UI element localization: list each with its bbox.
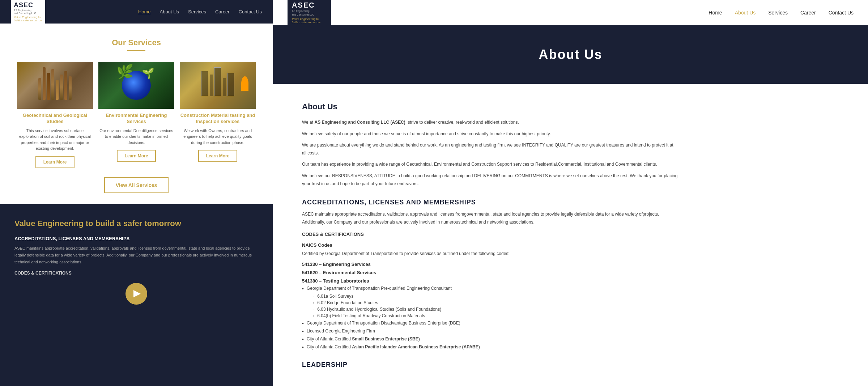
other-item-3: City of Atlanta Certified Small Business… bbox=[302, 336, 678, 342]
about-para-2: We believe safety of our people and thos… bbox=[302, 130, 678, 138]
left-logo-box: ASEC AS Engineeringand Consulting LLC Va… bbox=[11, 0, 45, 24]
const-learn-more-button[interactable]: Learn More bbox=[198, 150, 238, 162]
about-para-1: We at AS Engineering and Consulting LLC … bbox=[302, 119, 678, 127]
gdot-item-3: 6.03 Hydraulic and Hydrological Studies … bbox=[313, 307, 678, 312]
naics-title: NAICS Codes bbox=[302, 242, 678, 248]
certified-text: Certified by Georgia Department of Trans… bbox=[302, 250, 678, 258]
right-logo-subtitle: AS Engineeringand Consulting LLC bbox=[292, 9, 327, 16]
geo-card-desc: This service involves subsurface explora… bbox=[17, 128, 93, 152]
service-card-env: 🌿 🌱 Environmental Engineering Services O… bbox=[98, 62, 174, 168]
env-image: 🌿 🌱 bbox=[98, 62, 174, 109]
env-leaf2-icon: 🌱 bbox=[142, 67, 154, 79]
leadership-title: LEADERSHIP bbox=[302, 361, 678, 369]
other-item-1: Georgia Department of Transportation Dis… bbox=[302, 321, 678, 326]
left-bottom-title: Value Engineering to build a safer tomor… bbox=[14, 219, 258, 229]
right-nav: ASEC AS Engineeringand Consulting LLC Va… bbox=[273, 0, 868, 25]
play-container bbox=[14, 283, 258, 305]
left-logo-subtitle: AS Engineeringand Consulting LLC bbox=[14, 9, 36, 15]
other-item-2: Licensed Georgia Engineering Firm bbox=[302, 328, 678, 334]
const-card-desc: We work with Owners, contractors and eng… bbox=[180, 128, 256, 146]
left-nav-career[interactable]: Career bbox=[215, 9, 230, 14]
left-logo-asec: ASEC bbox=[14, 1, 33, 9]
gdot-item-1: 6.01a Soil Surveys bbox=[313, 294, 678, 299]
about-para-3: We are passionate about everything we do… bbox=[302, 141, 678, 157]
left-bottom-accred-text: ASEC maintains appropriate accreditation… bbox=[14, 245, 258, 265]
env-card-title: Environmental Engineering Services bbox=[98, 113, 174, 125]
services-section: Our Services bbox=[0, 24, 273, 204]
left-nav: ASEC AS Engineeringand Consulting LLC Va… bbox=[0, 0, 273, 24]
about-para-5: We believe our RESPONSIVENESS, ATTITUDE … bbox=[302, 172, 678, 188]
env-leaf-icon: 🌿 bbox=[116, 64, 133, 80]
gdot-item-2: 6.02 Bridge Foundation Studies bbox=[313, 300, 678, 305]
gdot-prequalified: Georgia Department of Transportation Pre… bbox=[302, 286, 678, 292]
right-logo: ASEC AS Engineeringand Consulting LLC Va… bbox=[288, 0, 331, 27]
right-nav-about[interactable]: About Us bbox=[735, 10, 756, 16]
gdot-item-4: 6.04(b) Field Testing of Roadway Constru… bbox=[313, 313, 678, 318]
about-hero-title: About Us bbox=[273, 47, 868, 62]
left-nav-services[interactable]: Services bbox=[188, 9, 206, 14]
geo-card-title: Geotechnical and Geological Studies bbox=[17, 113, 93, 125]
service-card-const: Construction Material testing and Inspec… bbox=[180, 62, 256, 168]
service-card-geo: Geotechnical and Geological Studies This… bbox=[17, 62, 93, 168]
geo-image bbox=[17, 62, 93, 109]
right-nav-links: Home About Us Services Career Contact Us bbox=[709, 10, 854, 16]
codes-section-title: CODES & CERTIFICATIONS bbox=[302, 232, 678, 237]
left-nav-contact[interactable]: Contact Us bbox=[239, 9, 262, 14]
geo-learn-more-button[interactable]: Learn More bbox=[35, 156, 75, 168]
about-content: About Us We at AS Engineering and Consul… bbox=[273, 84, 707, 386]
naics-code-1: 541330 – Engineering Services bbox=[302, 262, 678, 267]
left-nav-about[interactable]: About Us bbox=[160, 9, 179, 14]
left-panel: ASEC AS Engineeringand Consulting LLC Va… bbox=[0, 0, 273, 386]
left-bottom-codes-title: CODES & CERTIFICATIONS bbox=[14, 271, 258, 276]
left-logo: ASEC AS Engineeringand Consulting LLC Va… bbox=[11, 0, 45, 24]
left-bottom-accred-title: ACCREDITATIONS, LICENSES AND MEMBERSHIPS bbox=[14, 236, 258, 241]
play-button[interactable] bbox=[125, 283, 147, 305]
right-nav-home[interactable]: Home bbox=[709, 10, 722, 16]
naics-code-3: 541380 – Testing Laboratories bbox=[302, 278, 678, 284]
left-nav-links: Home About Us Services Career Contact Us bbox=[138, 9, 262, 14]
right-nav-career[interactable]: Career bbox=[800, 10, 816, 16]
right-nav-contact[interactable]: Contact Us bbox=[829, 10, 854, 16]
view-all-services-button[interactable]: View All Services bbox=[104, 177, 169, 193]
accred-section-title: ACCREDITATIONS, LICENSES AND MEMBERSHIPS bbox=[302, 199, 678, 206]
right-panel: ASEC AS Engineeringand Consulting LLC Va… bbox=[273, 0, 868, 386]
right-logo-box: ASEC AS Engineeringand Consulting LLC Va… bbox=[288, 0, 331, 27]
const-card-title: Construction Material testing and Inspec… bbox=[180, 113, 256, 125]
about-para-4: Our team has experience in providing a w… bbox=[302, 161, 678, 169]
left-logo-tagline: Value Engineering tobuild a safer tomorr… bbox=[14, 16, 42, 22]
right-logo-asec: ASEC bbox=[292, 1, 327, 9]
other-item-4: City of Atlanta Certified Asian Pacific … bbox=[302, 344, 678, 350]
env-learn-more-button[interactable]: Learn More bbox=[117, 150, 156, 162]
right-nav-services[interactable]: Services bbox=[768, 10, 788, 16]
services-divider bbox=[127, 50, 145, 51]
accred-text: ASEC maintains appropriate accreditation… bbox=[302, 211, 678, 226]
play-icon bbox=[133, 290, 141, 297]
about-heading: About Us bbox=[302, 102, 678, 111]
right-logo-tagline: Value Engineering tobuild a safer tomorr… bbox=[292, 17, 327, 24]
left-bottom-section: Value Engineering to build a safer tomor… bbox=[0, 204, 273, 386]
env-card-desc: Our environmental Due diligence services… bbox=[98, 128, 174, 146]
const-image bbox=[180, 62, 256, 109]
services-cards: Geotechnical and Geological Studies This… bbox=[11, 62, 262, 168]
left-nav-home[interactable]: Home bbox=[138, 9, 151, 14]
services-title: Our Services bbox=[11, 38, 262, 47]
about-hero-banner: About Us bbox=[273, 25, 868, 84]
naics-code-2: 541620 – Environmental Services bbox=[302, 270, 678, 275]
